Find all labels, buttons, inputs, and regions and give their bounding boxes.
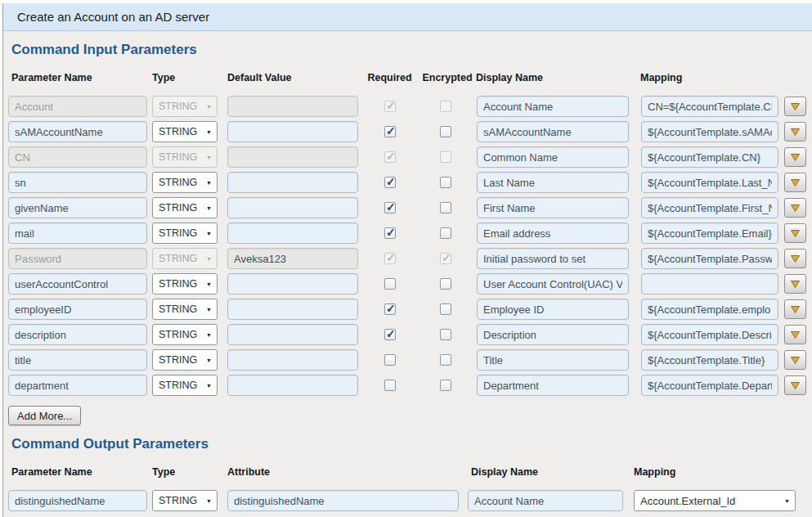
parameter-name-input[interactable] bbox=[8, 490, 147, 511]
parameter-name-input[interactable] bbox=[8, 172, 147, 193]
required-checkbox[interactable] bbox=[384, 354, 396, 366]
encrypted-checkbox[interactable] bbox=[440, 126, 451, 137]
type-select[interactable]: STRING▼ bbox=[152, 197, 218, 218]
parameter-name-input[interactable] bbox=[8, 223, 147, 244]
mapping-input[interactable] bbox=[641, 273, 778, 294]
parameter-name-input[interactable] bbox=[8, 349, 147, 371]
encrypted-checkbox[interactable] bbox=[440, 303, 451, 315]
encrypted-checkbox[interactable] bbox=[440, 177, 451, 188]
mapping-dropdown-button[interactable] bbox=[784, 122, 806, 142]
display-name-input[interactable] bbox=[468, 490, 623, 511]
window-title: Create an Account on an AD server bbox=[3, 3, 812, 31]
default-value-input[interactable] bbox=[227, 121, 358, 142]
display-name-input[interactable] bbox=[477, 273, 629, 294]
required-checkbox[interactable] bbox=[384, 177, 396, 188]
display-name-input[interactable] bbox=[477, 121, 629, 142]
display-name-input[interactable] bbox=[477, 324, 629, 345]
default-value-input[interactable] bbox=[227, 197, 358, 218]
mapping-dropdown-button[interactable] bbox=[784, 299, 806, 319]
mapping-dropdown-button[interactable] bbox=[784, 325, 806, 344]
type-select[interactable]: STRING▼ bbox=[152, 490, 218, 511]
default-value-input[interactable] bbox=[227, 324, 358, 345]
default-value-input bbox=[227, 146, 358, 168]
required-checkbox[interactable] bbox=[384, 380, 396, 391]
mapping-dropdown-button[interactable] bbox=[784, 350, 806, 370]
default-value-input[interactable] bbox=[227, 349, 358, 371]
display-name-input[interactable] bbox=[477, 375, 629, 396]
required-checkbox[interactable] bbox=[384, 126, 396, 137]
display-name-input[interactable] bbox=[477, 172, 629, 193]
type-select[interactable]: STRING▼ bbox=[152, 324, 218, 345]
required-checkbox[interactable] bbox=[384, 303, 396, 315]
type-select[interactable]: STRING▼ bbox=[152, 121, 218, 142]
page: Create an Account on an AD server Comman… bbox=[0, 0, 812, 517]
parameter-name-input[interactable] bbox=[8, 121, 147, 142]
mapping-input[interactable] bbox=[641, 223, 778, 244]
mapping-input[interactable] bbox=[641, 197, 778, 218]
default-value-input[interactable] bbox=[227, 375, 358, 396]
type-select[interactable]: STRING▼ bbox=[152, 375, 218, 396]
mapping-input[interactable] bbox=[641, 96, 778, 117]
add-more-button[interactable]: Add More... bbox=[8, 406, 81, 425]
dialog-panel: Create an Account on an AD server Comman… bbox=[2, 3, 812, 517]
mapping-input[interactable] bbox=[641, 121, 778, 142]
display-name-input[interactable] bbox=[477, 349, 629, 371]
mapping-dropdown-button[interactable] bbox=[784, 375, 806, 395]
mapping-input[interactable] bbox=[641, 375, 778, 396]
default-value-input[interactable] bbox=[227, 172, 358, 193]
parameter-name-input[interactable] bbox=[8, 197, 147, 218]
type-select[interactable]: STRING▼ bbox=[152, 349, 218, 371]
attribute-input[interactable] bbox=[227, 490, 459, 511]
type-select[interactable]: STRING▼ bbox=[152, 273, 218, 294]
mapping-dropdown-button[interactable] bbox=[784, 147, 806, 167]
mapping-dropdown-button[interactable] bbox=[784, 249, 806, 268]
required-checkbox[interactable] bbox=[384, 329, 396, 340]
display-name-input[interactable] bbox=[477, 96, 629, 117]
mapping-input[interactable] bbox=[641, 248, 778, 269]
chevron-down-icon: ▼ bbox=[206, 231, 212, 236]
display-name-input[interactable] bbox=[477, 197, 629, 218]
type-select-value: STRING bbox=[159, 227, 197, 239]
encrypted-checkbox[interactable] bbox=[440, 227, 451, 239]
mapping-input[interactable] bbox=[641, 299, 778, 320]
required-checkbox[interactable] bbox=[384, 227, 396, 239]
mapping-dropdown-button[interactable] bbox=[784, 173, 806, 192]
parameter-name-input[interactable] bbox=[8, 324, 147, 345]
display-name-input[interactable] bbox=[477, 223, 629, 244]
parameter-name-input bbox=[8, 96, 147, 117]
mapping-dropdown-button[interactable] bbox=[784, 97, 806, 116]
encrypted-checkbox[interactable] bbox=[440, 380, 451, 391]
column-header-required: Required bbox=[363, 72, 416, 83]
mapping-dropdown-button[interactable] bbox=[784, 223, 806, 243]
default-value-input[interactable] bbox=[227, 223, 358, 244]
mapping-dropdown-button[interactable] bbox=[784, 198, 806, 218]
required-checkbox[interactable] bbox=[384, 278, 396, 290]
type-select-value: STRING bbox=[159, 177, 197, 188]
encrypted-checkbox[interactable] bbox=[440, 354, 451, 366]
mapping-select[interactable]: Account.External_Id▼ bbox=[634, 490, 796, 511]
mapping-input[interactable] bbox=[641, 324, 778, 345]
encrypted-checkbox[interactable] bbox=[440, 329, 451, 340]
display-name-input[interactable] bbox=[477, 248, 629, 269]
display-name-input[interactable] bbox=[477, 299, 629, 320]
parameter-name-input[interactable] bbox=[8, 299, 147, 320]
display-name-input[interactable] bbox=[477, 146, 629, 168]
mapping-input[interactable] bbox=[641, 172, 778, 193]
mapping-dropdown-button[interactable] bbox=[784, 274, 806, 294]
type-select[interactable]: STRING▼ bbox=[152, 223, 218, 244]
type-select-value: STRING bbox=[159, 101, 197, 112]
output-columns-header: Parameter Name Type Attribute Display Na… bbox=[8, 466, 812, 478]
type-select[interactable]: STRING▼ bbox=[152, 299, 218, 320]
mapping-input[interactable] bbox=[641, 146, 778, 168]
parameter-name-input[interactable] bbox=[8, 375, 147, 396]
column-header-type: Type bbox=[152, 72, 218, 83]
encrypted-checkbox[interactable] bbox=[440, 202, 451, 214]
parameter-name-input[interactable] bbox=[8, 273, 147, 294]
default-value-input[interactable] bbox=[227, 273, 358, 294]
mapping-input[interactable] bbox=[641, 349, 778, 371]
default-value-input[interactable] bbox=[227, 299, 358, 320]
encrypted-checkbox[interactable] bbox=[440, 278, 451, 290]
dropdown-triangle-icon bbox=[791, 306, 800, 313]
required-checkbox[interactable] bbox=[384, 202, 396, 214]
type-select[interactable]: STRING▼ bbox=[152, 172, 218, 193]
